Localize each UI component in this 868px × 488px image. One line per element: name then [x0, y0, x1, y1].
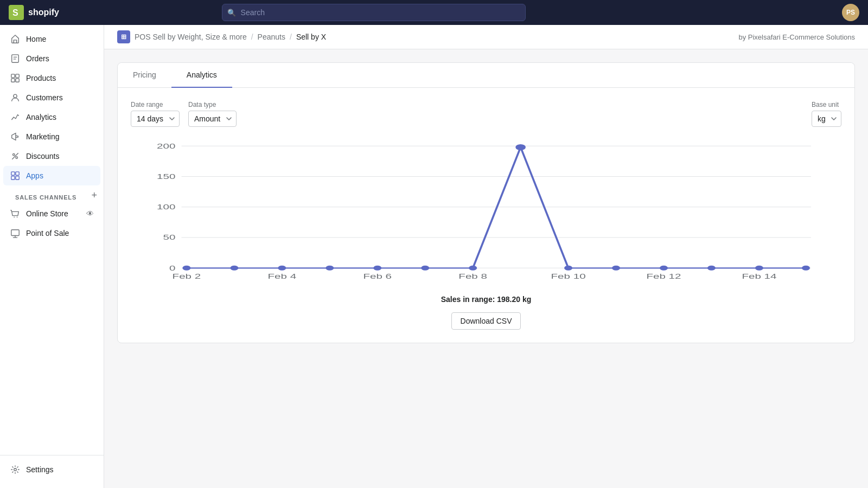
online-store-eye-icon: 👁 — [86, 209, 94, 218]
breadcrumb-sep-1: / — [251, 33, 253, 41]
sidebar-item-home[interactable]: Home — [3, 29, 100, 49]
analytics-icon — [10, 112, 21, 123]
page-header: ⊞ POS Sell by Weight, Size & more / Pean… — [104, 25, 868, 49]
svg-point-15 — [17, 216, 18, 217]
svg-point-8 — [13, 154, 15, 156]
data-type-select[interactable]: Amount Count — [188, 111, 237, 127]
sidebar-item-analytics-label: Analytics — [26, 113, 56, 121]
svg-text:100: 100 — [157, 203, 175, 211]
sidebar-item-marketing[interactable]: Marketing — [3, 127, 100, 146]
sidebar-item-customers[interactable]: Customers — [3, 88, 100, 107]
date-range-select[interactable]: 7 days 14 days 30 days 90 days — [131, 111, 180, 127]
online-store-label: Online Store — [26, 209, 68, 218]
download-btn-row: Download CSV — [131, 312, 841, 330]
svg-rect-2 — [12, 55, 19, 62]
data-point-3 — [326, 266, 334, 271]
svg-text:Feb 12: Feb 12 — [646, 273, 681, 281]
chart-container: 200 150 100 50 0 — [131, 140, 841, 286]
sales-channels-section: SALES CHANNELS + — [0, 185, 104, 204]
chart-svg: 200 150 100 50 0 — [131, 140, 841, 286]
orders-icon — [10, 53, 21, 64]
sidebar-item-pos-label: Point of Sale — [26, 229, 69, 237]
data-point-11 — [707, 266, 716, 271]
base-unit-select[interactable]: kg lb oz g — [812, 111, 841, 127]
sidebar-item-products[interactable]: Products — [3, 68, 100, 88]
svg-rect-5 — [11, 79, 15, 82]
date-range-label: Date range — [131, 101, 180, 108]
sidebar-item-settings[interactable]: Settings — [3, 460, 100, 479]
svg-rect-16 — [11, 230, 19, 236]
download-csv-button[interactable]: Download CSV — [451, 312, 521, 330]
topbar-right: PS — [842, 4, 859, 21]
svg-rect-4 — [16, 74, 19, 78]
sales-summary: Sales in range: 198.20 kg — [131, 295, 841, 304]
sidebar-item-apps-label: Apps — [26, 171, 43, 180]
svg-point-17 — [14, 468, 17, 471]
online-store-icon — [10, 208, 21, 219]
svg-point-14 — [14, 216, 15, 217]
avatar[interactable]: PS — [842, 4, 859, 21]
data-point-13 — [802, 266, 810, 271]
breadcrumb-parent-link[interactable]: Peanuts — [258, 33, 285, 41]
tab-analytics[interactable]: Analytics — [171, 63, 232, 88]
data-point-0 — [182, 266, 190, 271]
online-store-left: Online Store — [10, 208, 68, 219]
products-icon — [10, 73, 21, 84]
page-meta: by Pixelsafari E-Commerce Solutions — [738, 33, 855, 41]
svg-text:Feb 2: Feb 2 — [173, 273, 201, 281]
shopify-logo[interactable]: S shopify — [9, 5, 59, 20]
data-point-2 — [278, 266, 286, 271]
sidebar-item-products-label: Products — [26, 74, 56, 82]
svg-rect-13 — [16, 176, 19, 179]
sidebar-item-home-label: Home — [26, 35, 46, 43]
svg-text:S: S — [12, 8, 18, 17]
sidebar-item-orders-label: Orders — [26, 54, 49, 63]
home-icon — [10, 34, 21, 44]
card-body: Date range 7 days 14 days 30 days 90 day… — [118, 88, 854, 343]
sidebar-item-analytics[interactable]: Analytics — [3, 107, 100, 127]
tab-pricing[interactable]: Pricing — [118, 63, 171, 88]
logo-text: shopify — [28, 8, 59, 17]
shopify-bag-icon: S — [9, 5, 24, 20]
search-icon: 🔍 — [227, 9, 236, 17]
main-content: ⊞ POS Sell by Weight, Size & more / Pean… — [104, 25, 868, 488]
sidebar-item-orders[interactable]: Orders — [3, 49, 100, 68]
svg-text:200: 200 — [157, 143, 175, 150]
sidebar: Home Orders Products Customers — [0, 25, 104, 488]
data-type-label: Data type — [188, 101, 237, 108]
breadcrumb-sep-2: / — [290, 33, 292, 41]
data-point-5 — [421, 266, 429, 271]
svg-rect-10 — [11, 172, 15, 175]
data-point-peak — [515, 144, 526, 150]
apps-icon — [10, 170, 21, 181]
svg-point-7 — [14, 94, 17, 98]
sidebar-item-point-of-sale[interactable]: Point of Sale — [3, 223, 100, 243]
data-point-4 — [373, 266, 381, 271]
breadcrumb-app-link[interactable]: POS Sell by Weight, Size & more — [135, 33, 247, 41]
data-point-1 — [230, 266, 238, 271]
sidebar-nav: Home Orders Products Customers — [0, 25, 104, 455]
svg-text:Feb 10: Feb 10 — [551, 273, 586, 281]
search-input[interactable] — [222, 4, 526, 21]
date-range-group: Date range 7 days 14 days 30 days 90 day… — [131, 101, 180, 127]
svg-rect-6 — [16, 79, 19, 82]
svg-text:150: 150 — [157, 173, 175, 181]
content-area: Pricing Analytics Date range 7 days 14 d… — [104, 49, 868, 488]
app-icon: ⊞ — [117, 30, 130, 43]
add-channel-button[interactable]: + — [91, 190, 97, 200]
sidebar-item-marketing-label: Marketing — [26, 132, 59, 141]
settings-label: Settings — [26, 465, 54, 474]
svg-text:Feb 4: Feb 4 — [268, 273, 297, 281]
svg-text:50: 50 — [163, 234, 175, 242]
sidebar-item-online-store[interactable]: Online Store 👁 — [3, 204, 100, 223]
app-layout: Home Orders Products Customers — [0, 25, 868, 488]
search-bar: 🔍 — [222, 4, 526, 21]
svg-point-9 — [16, 157, 18, 159]
sidebar-bottom: Settings — [0, 455, 104, 488]
topbar: S shopify 🔍 PS — [0, 0, 868, 25]
base-unit-label: Base unit — [812, 101, 841, 108]
sidebar-item-discounts[interactable]: Discounts — [3, 146, 100, 166]
data-point-6 — [469, 266, 477, 271]
sidebar-item-apps[interactable]: Apps — [3, 166, 100, 185]
filter-row: Date range 7 days 14 days 30 days 90 day… — [131, 101, 841, 127]
